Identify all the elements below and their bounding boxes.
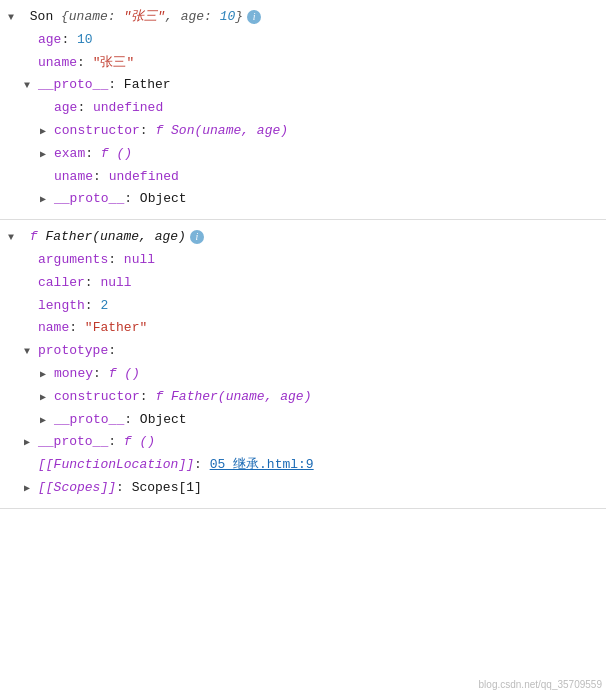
son-proto-exam-toggle[interactable] (40, 144, 54, 165)
son-proto-exam-row: exam: f () (0, 143, 606, 166)
father-scopes-toggle[interactable] (24, 478, 38, 499)
son-age-val: 10 (77, 30, 93, 51)
father-proto-row: __proto__: f () (0, 431, 606, 454)
father-arguments-row: arguments: null (0, 249, 606, 272)
father-length-key: length (38, 296, 85, 317)
father-proto-constructor-toggle[interactable] (40, 387, 54, 408)
father-proto-money-row: money: f () (0, 363, 606, 386)
father-proto-money-val: f () (109, 364, 140, 385)
panel-father: f Father(uname, age) i arguments: null c… (0, 220, 606, 509)
father-prototype-key: prototype (38, 341, 108, 362)
son-proto-proto-toggle[interactable] (40, 189, 54, 210)
father-proto-val: f () (124, 432, 155, 453)
father-caller-key: caller (38, 273, 85, 294)
no-toggle (24, 273, 38, 294)
son-proto-key: __proto__ (38, 75, 108, 96)
son-object-preview: {uname: (53, 7, 123, 28)
father-proto-constructor-key: constructor (54, 387, 140, 408)
father-proto-key: __proto__ (38, 432, 108, 453)
son-proto-age-row: age: undefined (0, 97, 606, 120)
son-uname-val: "张三" (93, 53, 135, 74)
father-proto-proto-key: __proto__ (54, 410, 124, 431)
son-toggle[interactable] (8, 7, 22, 28)
son-proto-age-key: age (54, 98, 77, 119)
son-info-icon[interactable]: i (247, 10, 261, 24)
no-toggle (24, 53, 38, 74)
father-label: f Father(uname, age) (22, 227, 186, 248)
father-proto-constructor-row: constructor: f Father(uname, age) (0, 386, 606, 409)
son-label: Son (22, 7, 53, 28)
father-header-row: f Father(uname, age) i (0, 226, 606, 249)
son-proto-proto-key: __proto__ (54, 189, 124, 210)
no-toggle (24, 30, 38, 51)
father-proto-proto-row: __proto__: Object (0, 409, 606, 432)
son-age-key: age (38, 30, 61, 51)
no-toggle (24, 296, 38, 317)
father-proto-proto-toggle[interactable] (40, 410, 54, 431)
son-proto-exam-key: exam (54, 144, 85, 165)
father-proto-proto-val: Object (140, 410, 187, 431)
son-proto-proto-val: Object (140, 189, 187, 210)
father-proto-constructor-val: f Father(uname, age) (155, 387, 311, 408)
father-prototype-row: prototype: (0, 340, 606, 363)
father-arguments-key: arguments (38, 250, 108, 271)
son-proto-uname-key: uname (54, 167, 93, 188)
son-proto-toggle[interactable] (24, 75, 38, 96)
no-toggle (40, 98, 54, 119)
son-proto-proto-row: __proto__: Object (0, 188, 606, 211)
son-proto-uname-row: uname: undefined (0, 166, 606, 189)
son-proto-exam-val: f () (101, 144, 132, 165)
son-proto-uname-val: undefined (109, 167, 179, 188)
son-proto-val: Father (124, 75, 171, 96)
son-proto-constructor-toggle[interactable] (40, 121, 54, 142)
father-funcloc-val[interactable]: 05 继承.html:9 (210, 455, 314, 476)
father-scopes-row: [[Scopes]]: Scopes[1] (0, 477, 606, 500)
son-proto-constructor-key: constructor (54, 121, 140, 142)
father-scopes-key: [[Scopes]] (38, 478, 116, 499)
father-name-val: "Father" (85, 318, 147, 339)
father-arguments-val: null (124, 250, 155, 271)
father-name-row: name: "Father" (0, 317, 606, 340)
son-uname-row: uname: "张三" (0, 52, 606, 75)
panel-son: Son {uname: "张三", age: 10} i age: 10 una… (0, 0, 606, 220)
father-info-icon[interactable]: i (190, 230, 204, 244)
son-proto-constructor-row: constructor: f Son(uname, age) (0, 120, 606, 143)
watermark: blog.csdn.net/qq_35709559 (479, 679, 602, 690)
son-proto-age-val: undefined (93, 98, 163, 119)
father-caller-val: null (100, 273, 131, 294)
no-toggle (24, 250, 38, 271)
father-length-val: 2 (100, 296, 108, 317)
father-funcloc-key: [[FunctionLocation]] (38, 455, 194, 476)
son-header-row: Son {uname: "张三", age: 10} i (0, 6, 606, 29)
no-toggle (24, 455, 38, 476)
father-name-key: name (38, 318, 69, 339)
father-proto-money-toggle[interactable] (40, 364, 54, 385)
father-toggle[interactable] (8, 227, 22, 248)
father-scopes-val: Scopes[1] (132, 478, 202, 499)
father-prototype-toggle[interactable] (24, 341, 38, 362)
son-proto-row: __proto__: Father (0, 74, 606, 97)
father-caller-row: caller: null (0, 272, 606, 295)
no-toggle (24, 318, 38, 339)
son-uname-key: uname (38, 53, 77, 74)
son-proto-constructor-val: f Son(uname, age) (155, 121, 288, 142)
father-funcloc-row: [[FunctionLocation]]: 05 继承.html:9 (0, 454, 606, 477)
father-length-row: length: 2 (0, 295, 606, 318)
father-proto-toggle[interactable] (24, 432, 38, 453)
father-proto-money-key: money (54, 364, 93, 385)
son-age-row: age: 10 (0, 29, 606, 52)
no-toggle (40, 167, 54, 188)
